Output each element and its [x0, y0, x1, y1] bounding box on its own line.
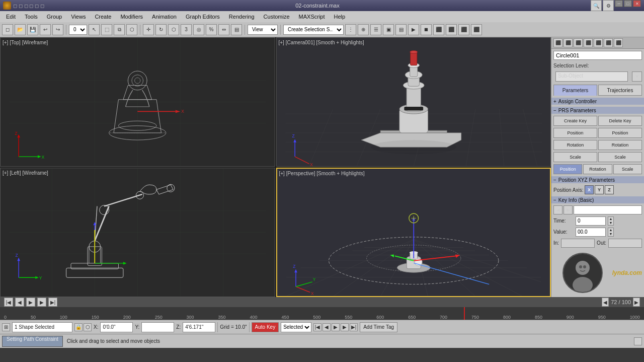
value-field[interactable]: [576, 228, 606, 237]
select-cross-btn[interactable]: ⧉: [114, 24, 125, 35]
extra-btn4[interactable]: ⬛: [471, 24, 482, 35]
pivot-btn[interactable]: ◎: [193, 24, 204, 35]
rp-icon2[interactable]: ⬛: [564, 38, 573, 47]
x-axis-btn[interactable]: X: [585, 185, 594, 194]
rp-icon1[interactable]: ⬛: [553, 38, 562, 47]
render-btn[interactable]: ▣: [383, 24, 394, 35]
frame-nav-right[interactable]: ▶: [633, 298, 640, 307]
save-btn[interactable]: 💾: [27, 24, 38, 35]
frame-nav-left[interactable]: ◀: [602, 298, 609, 307]
tab-parameters[interactable]: Parameters: [553, 85, 597, 96]
menu-views[interactable]: Views: [67, 13, 90, 21]
x-field[interactable]: [100, 322, 133, 332]
prev-key-btn[interactable]: ◀: [553, 205, 562, 214]
view-select[interactable]: View: [248, 25, 278, 35]
minimize-btn[interactable]: ─: [615, 0, 623, 7]
mirror-btn[interactable]: ⇔: [218, 24, 229, 35]
timeline-ruler[interactable]: 0 50 100 150 200 250 300 350 400 450 500…: [0, 307, 644, 320]
rp-icon7[interactable]: ⬛: [614, 38, 623, 47]
prs-parameters-header[interactable]: − PRS Parameters: [551, 107, 644, 114]
rp-icon5[interactable]: ⬛: [594, 38, 603, 47]
pb-icon2[interactable]: ◀: [323, 323, 331, 331]
add-time-tag-btn[interactable]: Add Time Tag: [360, 322, 397, 332]
playhead[interactable]: [464, 307, 465, 320]
options-btn[interactable]: ⚙: [603, 0, 614, 11]
pb-icon4[interactable]: ▶: [341, 323, 349, 331]
scale-key-btn[interactable]: Scale: [598, 152, 642, 162]
search-btn[interactable]: 🔍: [591, 0, 602, 11]
tab-trajectories[interactable]: Trajectories: [598, 85, 642, 96]
position-xyz-header[interactable]: − Position XYZ Parameters: [551, 176, 644, 183]
time-spinner[interactable]: ▲ ▼: [608, 216, 614, 226]
viewport-left[interactable]: [+] [Left] [Wireframe] Y: [0, 168, 275, 297]
redo-btn[interactable]: ↪: [52, 24, 63, 35]
sub-object-dropdown[interactable]: ▼: [632, 71, 642, 82]
rp-icon4[interactable]: ⬛: [584, 38, 593, 47]
value-spin-down[interactable]: ▼: [608, 232, 613, 236]
sca-tab[interactable]: Scale: [613, 164, 642, 174]
media-btn[interactable]: ⏹: [421, 24, 432, 35]
layer-btn[interactable]: ☰: [370, 24, 381, 35]
status-lock-icon[interactable]: 🔒: [74, 323, 83, 331]
key-nav-field[interactable]: [574, 205, 642, 214]
menu-modifiers[interactable]: Modifiers: [116, 13, 147, 21]
extra-btn3[interactable]: ⬛: [458, 24, 469, 35]
goto-end-btn[interactable]: ▶|: [48, 298, 57, 307]
rp-icon3[interactable]: ⬛: [574, 38, 583, 47]
z-axis-btn[interactable]: Z: [605, 185, 614, 194]
status-icon2[interactable]: ⬡: [84, 323, 92, 331]
menu-animation[interactable]: Animation: [148, 13, 181, 21]
y-field[interactable]: [141, 322, 174, 332]
render-frame-btn[interactable]: ▤: [395, 24, 407, 35]
scale-btn[interactable]: ⬡: [168, 24, 179, 35]
undo-btn[interactable]: ↩: [40, 24, 51, 35]
pos-active-tab[interactable]: Position: [553, 164, 582, 174]
rotation-btn[interactable]: Rotation: [553, 140, 597, 150]
menu-graph-editors[interactable]: Graph Editors: [182, 13, 224, 21]
close-btn[interactable]: ✕: [633, 0, 641, 7]
select-btn[interactable]: ↖: [89, 24, 100, 35]
delete-key-btn[interactable]: Delete Key: [598, 116, 642, 126]
z-field[interactable]: [183, 322, 215, 332]
extra-btn1[interactable]: ⬛: [433, 24, 444, 35]
value-spinner[interactable]: ▲ ▼: [608, 228, 614, 237]
pb-icon1[interactable]: |◀: [313, 323, 321, 331]
pb-icon5[interactable]: ▶|: [350, 323, 358, 331]
object-name-field[interactable]: [553, 51, 642, 60]
viewport-perspective[interactable]: [+] [Perspective] [Smooth + Highlights]: [276, 168, 551, 297]
extra-btn2[interactable]: ⬛: [446, 24, 457, 35]
new-btn[interactable]: ◻: [2, 24, 13, 35]
rot-tab[interactable]: Rotation: [583, 164, 612, 174]
rotation-key-btn[interactable]: Rotation: [598, 140, 642, 150]
in-curve-field[interactable]: [561, 239, 595, 248]
time-spin-up[interactable]: ▲: [608, 217, 613, 221]
position-key-btn[interactable]: Position: [598, 128, 642, 138]
viewport-camera[interactable]: [+] [Camera001] [Smooth + Highlights]: [276, 37, 551, 167]
layer-select[interactable]: 0: [69, 25, 87, 35]
scale-btn2[interactable]: Scale: [553, 152, 597, 162]
menu-maxscript[interactable]: MAXScript: [295, 13, 329, 21]
open-btn[interactable]: 📂: [15, 24, 26, 35]
schematic-btn[interactable]: ⋮: [345, 24, 356, 35]
pb-icon3[interactable]: ▶: [332, 323, 340, 331]
play-btn[interactable]: ▶: [26, 298, 35, 307]
snap-toggle[interactable]: ⊞: [634, 337, 642, 345]
status-icon1[interactable]: ⊞: [2, 323, 10, 331]
select-region-btn[interactable]: ⬚: [101, 24, 112, 35]
menu-help[interactable]: Help: [330, 13, 350, 21]
position-btn[interactable]: Position: [553, 128, 597, 138]
assign-controller-header[interactable]: + Assign Controller: [551, 98, 644, 105]
time-field[interactable]: [576, 216, 606, 226]
viewport-top[interactable]: [+] [Top] [Wireframe] X Z: [0, 37, 275, 167]
out-curve-field[interactable]: [608, 239, 642, 248]
maximize-btn[interactable]: □: [624, 0, 632, 7]
percent-btn[interactable]: %: [206, 24, 217, 35]
snap-btn[interactable]: ⊕: [358, 24, 369, 35]
key-info-header[interactable]: − Key Info (Basic): [551, 196, 644, 203]
menu-edit[interactable]: Edit: [2, 13, 20, 21]
ram-player-btn[interactable]: ▶: [408, 24, 419, 35]
rp-icon6[interactable]: ⬛: [604, 38, 613, 47]
value-spin-up[interactable]: ▲: [608, 228, 613, 232]
menu-customize[interactable]: Customize: [260, 13, 294, 21]
create-key-btn[interactable]: Create Key: [553, 116, 597, 126]
